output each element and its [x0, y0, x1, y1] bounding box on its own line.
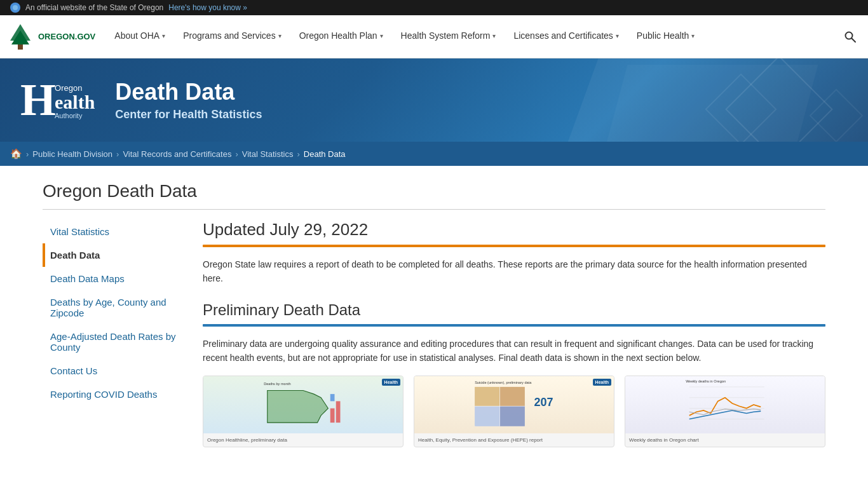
sep: › — [235, 149, 238, 159]
svg-text:Deaths by month: Deaths by month — [264, 381, 290, 385]
hero-title-area: Death Data Center for Health Statistics — [115, 79, 262, 121]
breadcrumb-vital-records[interactable]: Vital Records and Certificates — [123, 149, 231, 159]
svg-marker-6 — [268, 390, 329, 423]
sidebar-deaths-by-age[interactable]: Deaths by Age, County and Zipcode — [43, 290, 182, 325]
caret-icon: ▾ — [492, 32, 496, 39]
svg-text:Weekly deaths in Oregon: Weekly deaths in Oregon — [686, 379, 726, 383]
sidebar: Vital Statistics Death Data Death Data M… — [43, 220, 182, 447]
nav-programs-services[interactable]: Programs and Services ▾ — [174, 15, 290, 58]
chart-thumb-2: Health 207 Suicide (unkn — [414, 376, 614, 433]
site-logo[interactable]: OREGON.GOV — [8, 23, 95, 51]
chart-thumb-3: Weekly deaths in Oregon — [625, 376, 825, 433]
nav-health-system-reform[interactable]: Health System Reform ▾ — [392, 15, 505, 58]
top-bar-link[interactable]: Here's how you know » — [168, 3, 247, 12]
section1-body: Oregon State law requires a report of de… — [203, 257, 825, 286]
nav-licenses-certificates[interactable]: Licenses and Certificates ▾ — [505, 15, 627, 58]
hero-logo: H Oregon ealth Authority — [20, 81, 95, 119]
svg-text:Suicide (unknown), preliminary: Suicide (unknown), preliminary data — [475, 381, 532, 384]
breadcrumb-current: Death Data — [304, 149, 346, 159]
section1-heading: Updated July 29, 2022 — [203, 220, 825, 240]
chart-thumb-1: Health Deaths by month — [203, 376, 403, 433]
caret-icon: ▾ — [278, 32, 281, 39]
deco-diamond-1 — [725, 58, 833, 142]
svg-point-0 — [13, 5, 18, 10]
page-title: Oregon Death Data — [43, 181, 825, 210]
caret-icon: ▾ — [162, 32, 165, 39]
preview-card-1[interactable]: Health Deaths by month Oregon Health — [203, 376, 403, 447]
nav-public-health[interactable]: Public Health ▾ — [628, 15, 704, 58]
preview-card-3[interactable]: Weekly deaths in Oregon — [625, 376, 825, 447]
sidebar-covid-deaths[interactable]: Reporting COVID Deaths — [43, 383, 182, 406]
sidebar-death-data[interactable]: Death Data — [43, 243, 182, 267]
orange-divider — [203, 245, 825, 247]
svg-rect-8 — [330, 408, 335, 423]
caret-icon: ▾ — [616, 32, 619, 39]
card-1-caption: Oregon Healthline, preliminary data — [203, 433, 403, 447]
svg-line-5 — [852, 38, 856, 42]
teal-divider — [203, 324, 825, 327]
home-icon[interactable]: 🏠 — [10, 148, 22, 159]
search-button[interactable] — [840, 27, 860, 47]
sidebar-death-data-maps[interactable]: Death Data Maps — [43, 267, 182, 290]
hero-title: Death Data — [115, 79, 262, 105]
logo-text: OREGON.GOV — [38, 32, 95, 42]
nav-bar: OREGON.GOV About OHA ▾ Programs and Serv… — [0, 15, 868, 58]
sidebar-contact-us[interactable]: Contact Us — [43, 359, 182, 383]
deco-diamond-2 — [705, 73, 776, 142]
svg-rect-13 — [475, 386, 499, 405]
svg-rect-14 — [500, 386, 525, 405]
breadcrumb: 🏠 › Public Health Division › Vital Recor… — [0, 142, 868, 166]
state-icon — [10, 3, 20, 13]
sidebar-age-adjusted[interactable]: Age-Adjusted Death Rates by County — [43, 325, 182, 359]
logo-h: H — [20, 74, 55, 125]
caret-icon: ▾ — [691, 32, 695, 39]
main-layout: Vital Statistics Death Data Death Data M… — [43, 220, 825, 447]
hero-banner: H Oregon ealth Authority Death Data Cent… — [0, 58, 868, 142]
svg-rect-9 — [336, 401, 341, 423]
card-2-caption: Health, Equity, Prevention and Exposure … — [414, 433, 614, 447]
sep: › — [116, 149, 119, 159]
svg-rect-16 — [500, 406, 525, 426]
caret-icon: ▾ — [380, 32, 383, 39]
svg-rect-3 — [18, 44, 23, 50]
sidebar-vital-statistics[interactable]: Vital Statistics — [43, 220, 182, 243]
hero-subtitle: Center for Health Statistics — [115, 108, 262, 121]
logo-authority: Authority — [55, 112, 95, 119]
top-bar: An official website of the State of Oreg… — [0, 0, 868, 15]
breadcrumb-public-health[interactable]: Public Health Division — [32, 149, 112, 159]
sep: › — [297, 149, 299, 159]
section2-heading: Preliminary Death Data — [203, 301, 825, 319]
nav-about-oha[interactable]: About OHA ▾ — [105, 15, 174, 58]
article: Updated July 29, 2022 Oregon State law r… — [203, 220, 825, 447]
svg-rect-15 — [475, 406, 499, 426]
svg-rect-10 — [330, 394, 335, 401]
top-bar-text: An official website of the State of Oreg… — [25, 3, 163, 12]
card-3-caption: Weekly deaths in Oregon chart — [625, 433, 825, 447]
sep: › — [26, 149, 29, 159]
page-content: Oregon Death Data Vital Statistics Death… — [27, 166, 841, 463]
preview-card-2[interactable]: Health 207 Suicide (unkn — [414, 376, 614, 447]
nav-items: About OHA ▾ Programs and Services ▾ Oreg… — [105, 15, 840, 58]
breadcrumb-vital-statistics[interactable]: Vital Statistics — [242, 149, 294, 159]
nav-oregon-health-plan[interactable]: Oregon Health Plan ▾ — [290, 15, 392, 58]
section2-body: Preliminary data are undergoing quality … — [203, 337, 825, 365]
logo-ealth: ealth — [55, 93, 95, 112]
svg-text:207: 207 — [534, 396, 553, 409]
preview-images: Health Deaths by month Oregon Health — [203, 376, 825, 447]
